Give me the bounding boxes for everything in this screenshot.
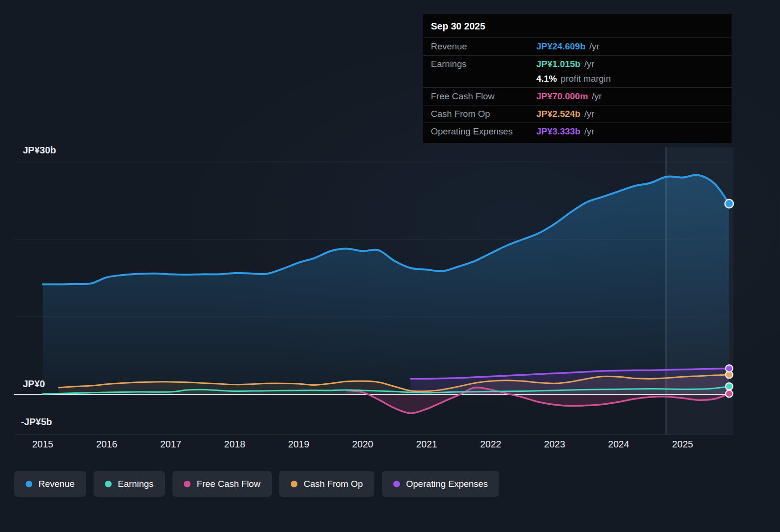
tooltip-row-cash-from-op: Cash From Op JP¥2.524b /yr [423,105,732,123]
tooltip-row-operating-expenses: Operating Expenses JP¥3.333b /yr [423,123,732,140]
tooltip-suffix: /yr [590,41,599,52]
earnings-legend-dot-icon [105,481,112,487]
tooltip-row-revenue: Revenue JP¥24.609b /yr [423,38,732,55]
legend-item-free-cash-flow[interactable]: Free Cash Flow [172,471,272,497]
revenue-endpoint-marker [725,200,733,208]
earnings-endpoint-marker [726,383,733,390]
x-axis-label: 2022 [469,439,512,450]
y-axis-label-30b: JP¥30b [23,145,56,156]
legend-item-revenue[interactable]: Revenue [14,471,86,497]
x-axis-label: 2025 [661,439,704,450]
tooltip-value: JP¥1.015b [536,59,580,69]
tooltip-suffix: /yr [584,126,594,137]
tooltip-value: JP¥2.524b [536,109,580,119]
x-axis-label: 2019 [277,439,320,450]
x-axis-label: 2015 [21,439,64,450]
x-axis-label: 2024 [597,439,640,450]
free-cash-flow-endpoint-marker [726,390,733,397]
tooltip-label: Free Cash Flow [431,91,536,102]
legend-label: Earnings [118,479,153,489]
y-axis-label-neg5b: -JP¥5b [21,417,52,428]
x-axis: 2015201620172018201920202021202220232024… [0,439,780,455]
tooltip-label: Revenue [431,41,536,52]
financials-chart-panel: Sep 30 2025 Revenue JP¥24.609b /yr Earni… [0,0,780,532]
tooltip-value: JP¥70.000m [536,91,588,102]
tooltip-row-free-cash-flow: Free Cash Flow JP¥70.000m /yr [423,87,732,105]
tooltip-value: JP¥3.333b [536,126,580,137]
x-axis-label: 2016 [86,439,128,450]
revenue-area [43,175,729,394]
legend-label: Free Cash Flow [197,479,260,489]
y-axis-label-0: JP¥0 [23,379,45,390]
tooltip-label: Cash From Op [431,109,536,119]
tooltip-row-earnings: Earnings JP¥1.015b /yr [423,55,732,73]
tooltip-label: Operating Expenses [431,126,536,137]
legend-item-operating-expenses[interactable]: Operating Expenses [382,471,499,497]
legend-label: Operating Expenses [406,479,488,489]
legend-label: Revenue [38,479,75,489]
tooltip-suffix: /yr [584,59,594,69]
chart-legend: Revenue Earnings Free Cash Flow Cash Fro… [14,471,499,497]
legend-item-cash-from-op[interactable]: Cash From Op [279,471,374,497]
tooltip-date: Sep 30 2025 [423,14,732,38]
tooltip-value: JP¥24.609b [536,41,586,52]
tooltip-row-profit-margin: 4.1% profit margin [423,73,732,87]
free-cash-flow-legend-dot-icon [184,481,190,487]
x-axis-label: 2017 [149,439,192,450]
revenue-legend-dot-icon [26,481,32,487]
legend-item-earnings[interactable]: Earnings [94,471,165,497]
x-axis-label: 2020 [342,439,384,450]
tooltip-value: 4.1% [536,74,557,84]
cash-from-op-legend-dot-icon [291,481,297,487]
tooltip-suffix: /yr [584,109,594,119]
chart-tooltip: Sep 30 2025 Revenue JP¥24.609b /yr Earni… [423,14,732,143]
x-axis-label: 2018 [213,439,256,450]
x-axis-label: 2021 [405,439,448,450]
operating-expenses-legend-dot-icon [393,481,400,487]
tooltip-suffix: profit margin [561,74,611,84]
operating-expenses-endpoint-marker [726,365,733,372]
tooltip-suffix: /yr [592,91,602,102]
legend-label: Cash From Op [304,479,363,489]
x-axis-label: 2023 [533,439,576,450]
tooltip-label: Earnings [431,59,536,69]
